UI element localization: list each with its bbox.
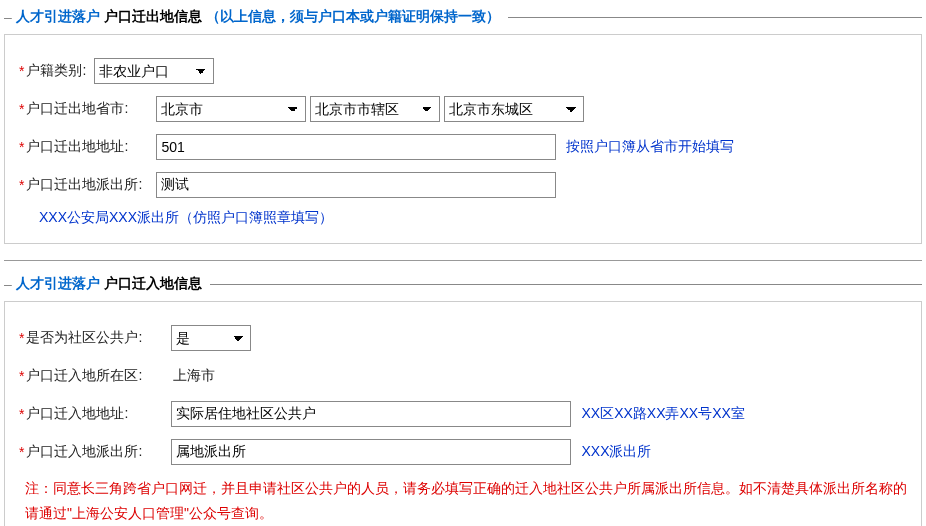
out-addr-hint: 按照户口簿从省市开始填写 <box>566 138 734 156</box>
divider <box>4 260 922 261</box>
out-police-hint: XXX公安局XXX派出所（仿照户口簿照章填写） <box>39 209 907 227</box>
hukou-type-select[interactable]: 非农业户口 <box>94 58 214 84</box>
in-district-row: * 户口迁入地所在区: 上海市 <box>19 362 907 390</box>
in-district-value: 上海市 <box>171 367 215 385</box>
out-addr-row: * 户口迁出地地址: 按照户口簿从省市开始填写 <box>19 133 907 161</box>
required-icon: * <box>19 406 24 422</box>
out-addr-label: 户口迁出地地址: <box>26 138 156 156</box>
section2-box: * 是否为社区公共户: 是 * 户口迁入地所在区: 上海市 * 户口迁入地地址:… <box>4 301 922 526</box>
out-addr-input[interactable] <box>156 134 556 160</box>
hukou-type-label: 户籍类别: <box>26 62 86 80</box>
required-icon: * <box>19 330 24 346</box>
out-police-label: 户口迁出地派出所: <box>26 176 156 194</box>
section1-title-note: （以上信息，须与户口本或户籍证明保持一致） <box>206 8 500 26</box>
section1-box: * 户籍类别: 非农业户口 * 户口迁出地省市: 北京市 北京市市辖区 北京市东… <box>4 34 922 244</box>
in-police-hint: XXX派出所 <box>581 443 651 461</box>
section1-header: – 人才引进落户 户口迁出地信息 （以上信息，须与户口本或户籍证明保持一致） <box>4 8 922 26</box>
in-police-label: 户口迁入地派出所: <box>26 443 171 461</box>
community-row: * 是否为社区公共户: 是 <box>19 324 907 352</box>
required-icon: * <box>19 63 24 79</box>
section1-line <box>508 17 922 18</box>
out-police-input[interactable] <box>156 172 556 198</box>
out-police-row: * 户口迁出地派出所: <box>19 171 907 199</box>
in-addr-label: 户口迁入地地址: <box>26 405 171 423</box>
dash-icon: – <box>4 276 12 292</box>
in-addr-hint: XX区XX路XX弄XX号XX室 <box>581 405 744 423</box>
out-province-label: 户口迁出地省市: <box>26 100 156 118</box>
section2-title-blue: 人才引进落户 <box>16 275 100 293</box>
section2-line <box>210 284 922 285</box>
community-select[interactable]: 是 <box>171 325 251 351</box>
in-addr-row: * 户口迁入地地址: XX区XX路XX弄XX号XX室 <box>19 400 907 428</box>
section2-title-black: 户口迁入地信息 <box>104 275 202 293</box>
out-province-select[interactable]: 北京市 <box>156 96 306 122</box>
community-label: 是否为社区公共户: <box>26 329 171 347</box>
section1-title-black: 户口迁出地信息 <box>104 8 202 26</box>
required-icon: * <box>19 368 24 384</box>
in-district-label: 户口迁入地所在区: <box>26 367 171 385</box>
required-icon: * <box>19 177 24 193</box>
in-note-red: 注：同意长三角跨省户口网迁，并且申请社区公共户的人员，请务必填写正确的迁入地社区… <box>25 476 907 526</box>
out-district-select[interactable]: 北京市东城区 <box>444 96 584 122</box>
in-addr-input[interactable] <box>171 401 571 427</box>
required-icon: * <box>19 139 24 155</box>
out-province-row: * 户口迁出地省市: 北京市 北京市市辖区 北京市东城区 <box>19 95 907 123</box>
out-city-select[interactable]: 北京市市辖区 <box>310 96 440 122</box>
dash-icon: – <box>4 9 12 25</box>
required-icon: * <box>19 101 24 117</box>
required-icon: * <box>19 444 24 460</box>
in-police-input[interactable] <box>171 439 571 465</box>
section1-title-blue: 人才引进落户 <box>16 8 100 26</box>
hukou-type-row: * 户籍类别: 非农业户口 <box>19 57 907 85</box>
section2-header: – 人才引进落户 户口迁入地信息 <box>4 275 922 293</box>
in-police-row: * 户口迁入地派出所: XXX派出所 <box>19 438 907 466</box>
